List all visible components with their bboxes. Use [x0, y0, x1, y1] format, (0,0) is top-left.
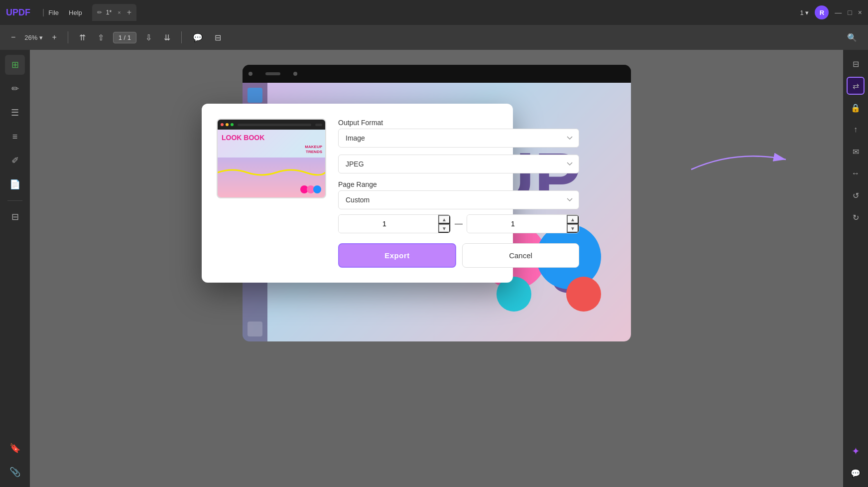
tablet-dot-1: [248, 72, 252, 76]
cancel-button[interactable]: Cancel: [462, 243, 579, 268]
page-from-spinners: ▲ ▼: [438, 215, 450, 233]
search-button[interactable]: 🔍: [844, 31, 860, 44]
page-from-up-button[interactable]: ▲: [438, 215, 450, 224]
last-page-button[interactable]: ⇊: [161, 31, 173, 44]
sidebar-item-document[interactable]: 📄: [5, 174, 25, 194]
wave-svg: [218, 167, 325, 177]
sidebar-item-edit[interactable]: ✏: [5, 79, 25, 99]
toolbar-separator-2: [181, 31, 182, 43]
tablet-bar: [265, 72, 280, 75]
tablet-dot-2: [293, 72, 297, 76]
sidebar-item-list[interactable]: ☰: [5, 103, 25, 123]
thumb-bar-2: [315, 124, 322, 126]
titlebar-sep: |: [42, 8, 44, 17]
sidebar-item-attach[interactable]: 📎: [5, 462, 25, 482]
export-modal: LOOK BOOK MAKEUPTRENDS Output Format Ima…: [202, 104, 513, 283]
envelope-icon: ✉: [853, 147, 859, 157]
toolbar: − 26% ▾ + ⇈ ⇧ 1 / 1 ⇩ ⇊ 💬 ⊟ 🔍: [0, 25, 868, 50]
protect-button[interactable]: 🔒: [847, 99, 865, 117]
page-from-input[interactable]: [339, 215, 438, 233]
page-range-group: Page Range Custom All Pages Current Page: [338, 180, 579, 209]
page-indicator: 1 / 1: [113, 32, 136, 43]
undo-button[interactable]: ↺: [847, 186, 865, 204]
lock-icon: 🔒: [851, 103, 861, 113]
format-select[interactable]: Image PDF Word: [338, 129, 579, 148]
zoom-control: 26% ▾: [24, 34, 43, 41]
page-range-label: Page Range: [338, 180, 579, 188]
red-circle: [566, 277, 601, 312]
tab-add-button[interactable]: +: [127, 8, 131, 17]
titlebar: UPDF | File Help ✏ 1* × + 1 ▾ R — □ ×: [0, 0, 868, 25]
zoom-dropdown-icon[interactable]: ▾: [39, 34, 43, 41]
menu-file[interactable]: File: [48, 9, 59, 16]
user-count: 1 ▾: [800, 9, 809, 16]
avatar[interactable]: R: [815, 5, 829, 19]
next-page-button[interactable]: ⇩: [142, 31, 155, 44]
sidebar-item-layers[interactable]: ⊟: [5, 207, 25, 227]
annotate-icon: ✐: [11, 155, 19, 166]
format-group: Output Format Image PDF Word: [338, 119, 579, 148]
comment-button[interactable]: 💬: [190, 31, 206, 44]
maximize-button[interactable]: □: [848, 8, 852, 16]
tablet-header: [243, 65, 631, 83]
sidebar-item-bookmark[interactable]: 🔖: [5, 438, 25, 458]
titlebar-right: 1 ▾ R — □ ×: [800, 5, 863, 19]
page-from-down-button[interactable]: ▼: [438, 224, 450, 233]
thumb-circles: [302, 185, 321, 193]
export-convert-button[interactable]: ⇄: [847, 77, 865, 95]
tab-bar: ✏ 1* × +: [92, 4, 136, 21]
list-icon: ☰: [11, 107, 19, 118]
compress-icon: ↔: [852, 169, 860, 178]
subformat-select[interactable]: JPEG PNG BMP: [338, 155, 579, 173]
layers-stack-icon: ⊟: [11, 211, 19, 222]
sidebar-item-view[interactable]: ⊞: [5, 55, 25, 75]
page-to-spinners: ▲ ▼: [566, 215, 579, 233]
minimize-button[interactable]: —: [835, 8, 842, 16]
ai-button[interactable]: ✦: [847, 442, 865, 460]
page-to-input[interactable]: [467, 215, 566, 233]
paperclip-icon: 📎: [9, 467, 20, 478]
share-icon: ↑: [854, 125, 858, 134]
zoom-level: 26%: [24, 34, 37, 41]
sidebar-item-toc[interactable]: ≡: [5, 127, 25, 147]
export-button[interactable]: Export: [338, 243, 456, 268]
thumb-lookbook-text: LOOK BOOK: [222, 134, 321, 142]
page-range-select[interactable]: Custom All Pages Current Page: [338, 190, 579, 209]
menu-help[interactable]: Help: [69, 9, 82, 16]
close-button[interactable]: ×: [858, 8, 862, 16]
redo-icon: ↻: [853, 213, 859, 222]
zoom-out-button[interactable]: −: [8, 31, 18, 44]
format-label: Output Format: [338, 119, 579, 127]
thumbnail-header: [218, 120, 325, 130]
tab-label[interactable]: 1*: [106, 9, 112, 16]
page-to-up-button[interactable]: ▲: [567, 215, 579, 224]
right-sidebar: ⊟ ⇄ 🔒 ↑ ✉ ↔ ↺ ↻ ✦ 💬: [843, 50, 868, 487]
pdf-thumbnail: LOOK BOOK MAKEUPTRENDS: [217, 119, 326, 198]
redo-button[interactable]: ↻: [847, 208, 865, 226]
modal-form: Output Format Image PDF Word JPEG PNG BM…: [338, 119, 579, 268]
zoom-in-button[interactable]: +: [49, 31, 59, 44]
page-to-input-group: ▲ ▼: [467, 214, 579, 233]
first-page-button[interactable]: ⇈: [76, 31, 89, 44]
ocr-icon: ⊟: [853, 59, 859, 69]
modal-actions: Export Cancel: [338, 243, 579, 268]
thumb-bar: [238, 124, 311, 126]
side-panel-icon-1: [248, 88, 262, 103]
page-range-row: ▲ ▼ — ▲ ▼: [338, 214, 579, 233]
toc-icon: ≡: [12, 132, 18, 142]
thumbnail-content: LOOK BOOK MAKEUPTRENDS: [218, 130, 325, 197]
left-sidebar: ⊞ ✏ ☰ ≡ ✐ 📄 ⊟ 🔖 📎: [0, 50, 30, 487]
page-from-input-group: ▲ ▼: [338, 214, 451, 233]
ocr-button[interactable]: ⊟: [847, 55, 865, 73]
share-button[interactable]: ↑: [847, 121, 865, 139]
sidebar-item-annotate[interactable]: ✐: [5, 151, 25, 170]
compress-button[interactable]: ↔: [847, 164, 865, 182]
redact-button[interactable]: ✉: [847, 143, 865, 161]
prev-page-button[interactable]: ⇧: [95, 31, 107, 44]
columns-button[interactable]: ⊟: [212, 31, 224, 44]
side-panel-icon-4: [248, 322, 262, 336]
page-to-down-button[interactable]: ▼: [567, 224, 579, 233]
tab-close-button[interactable]: ×: [118, 9, 121, 15]
app-logo: UPDF: [6, 7, 30, 18]
chat-button[interactable]: 💬: [847, 464, 865, 482]
